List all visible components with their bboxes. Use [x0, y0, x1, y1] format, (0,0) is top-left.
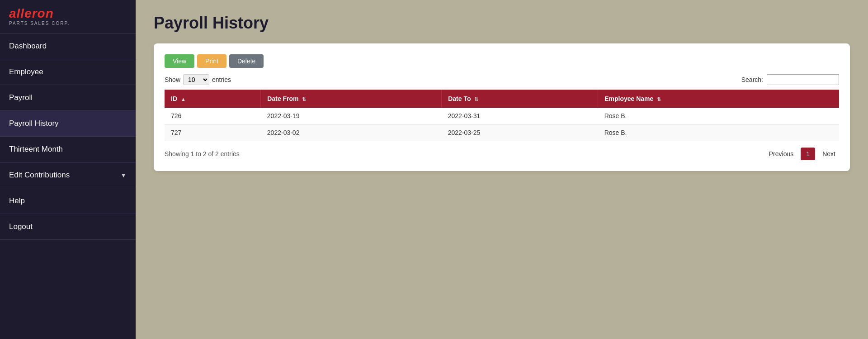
- search-area: Search:: [741, 74, 839, 85]
- logo-sub: PARTS SALES CORP.: [9, 21, 127, 26]
- sidebar-item-payroll-history[interactable]: Payroll History: [0, 111, 136, 137]
- cell-date_to: 2022-03-31: [442, 108, 598, 124]
- sidebar-item-payroll[interactable]: Payroll: [0, 85, 136, 111]
- payroll-history-table: ID ▲ Date From ⇅ Date To ⇅ Employee Name…: [165, 90, 839, 141]
- print-button[interactable]: Print: [197, 54, 226, 68]
- table-header: ID ▲ Date From ⇅ Date To ⇅ Employee Name…: [165, 90, 839, 108]
- logo-brand: alleron: [9, 7, 127, 20]
- content-card: View Print Delete Show 10 25 50 100 entr…: [154, 43, 850, 171]
- cell-id: 727: [165, 124, 261, 141]
- table-body: 7262022-03-192022-03-31Rose B.7272022-03…: [165, 108, 839, 141]
- col-date-from[interactable]: Date From ⇅: [261, 90, 442, 108]
- sort-date-from-icon: ⇅: [302, 96, 306, 102]
- logo-area: alleron PARTS SALES CORP.: [0, 0, 136, 33]
- sidebar-item-label-payroll-history: Payroll History: [9, 119, 59, 128]
- col-employee-name[interactable]: Employee Name ⇅: [598, 90, 839, 108]
- toolbar: View Print Delete: [165, 54, 839, 68]
- sort-date-to-icon: ⇅: [474, 96, 478, 102]
- sidebar-item-employee[interactable]: Employee: [0, 59, 136, 85]
- sidebar-item-label-thirteent-month: Thirteent Month: [9, 145, 63, 154]
- col-date-to[interactable]: Date To ⇅: [442, 90, 598, 108]
- cell-id: 726: [165, 108, 261, 124]
- sidebar-item-label-dashboard: Dashboard: [9, 42, 47, 51]
- page-title: Payroll History: [154, 14, 850, 33]
- sidebar-item-label-help: Help: [9, 196, 25, 205]
- view-button[interactable]: View: [165, 54, 194, 68]
- sidebar: alleron PARTS SALES CORP. DashboardEmplo…: [0, 0, 136, 339]
- chevron-down-icon: ▼: [120, 172, 127, 179]
- next-button[interactable]: Next: [819, 148, 839, 159]
- sort-employee-icon: ⇅: [657, 96, 661, 102]
- delete-button[interactable]: Delete: [229, 54, 264, 68]
- sidebar-item-label-employee: Employee: [9, 67, 43, 76]
- col-id[interactable]: ID ▲: [165, 90, 261, 108]
- entries-select[interactable]: 10 25 50 100: [183, 74, 209, 85]
- pagination-row: Showing 1 to 2 of 2 entries Previous 1 N…: [165, 148, 839, 160]
- sidebar-item-thirteent-month[interactable]: Thirteent Month: [0, 137, 136, 162]
- sidebar-item-edit-contributions[interactable]: Edit Contributions▼: [0, 162, 136, 188]
- sidebar-item-logout[interactable]: Logout: [0, 214, 136, 240]
- show-label: Show: [165, 76, 180, 83]
- main-content: Payroll History View Print Delete Show 1…: [136, 0, 868, 339]
- show-entries: Show 10 25 50 100 entries: [165, 74, 231, 85]
- sidebar-item-label-payroll: Payroll: [9, 93, 33, 102]
- table-row: 7272022-03-022022-03-25Rose B.: [165, 124, 839, 141]
- sidebar-item-dashboard[interactable]: Dashboard: [0, 33, 136, 59]
- sort-id-icon: ▲: [181, 96, 186, 102]
- cell-employee_name: Rose B.: [598, 108, 839, 124]
- entries-label: entries: [212, 76, 231, 83]
- nav-items: DashboardEmployeePayrollPayroll HistoryT…: [0, 33, 136, 240]
- table-controls: Show 10 25 50 100 entries Search:: [165, 74, 839, 85]
- search-input[interactable]: [767, 74, 839, 85]
- sidebar-item-label-edit-contributions: Edit Contributions: [9, 171, 70, 180]
- sidebar-item-help[interactable]: Help: [0, 188, 136, 214]
- previous-button[interactable]: Previous: [765, 148, 797, 159]
- current-page[interactable]: 1: [801, 148, 815, 160]
- table-row: 7262022-03-192022-03-31Rose B.: [165, 108, 839, 124]
- cell-date_from: 2022-03-19: [261, 108, 442, 124]
- showing-text: Showing 1 to 2 of 2 entries: [165, 150, 762, 158]
- search-label: Search:: [741, 76, 763, 83]
- sidebar-item-label-logout: Logout: [9, 222, 33, 231]
- cell-date_to: 2022-03-25: [442, 124, 598, 141]
- cell-date_from: 2022-03-02: [261, 124, 442, 141]
- cell-employee_name: Rose B.: [598, 124, 839, 141]
